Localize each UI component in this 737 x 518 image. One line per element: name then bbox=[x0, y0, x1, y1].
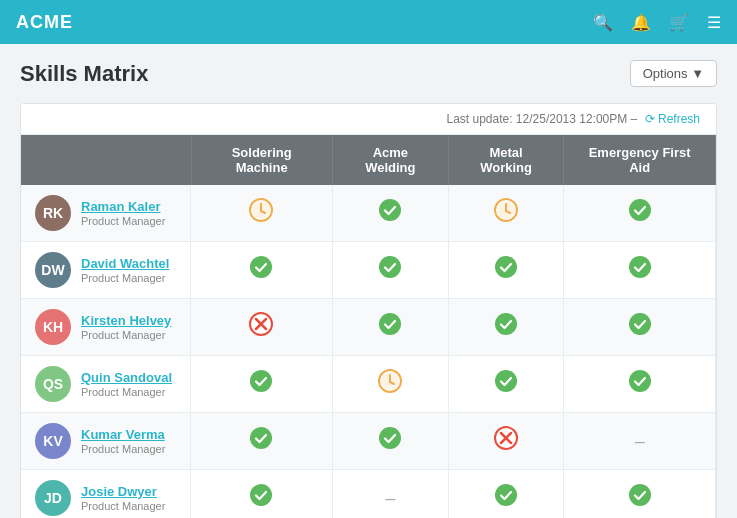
person-cell: JDJosie DwyerProduct Manager bbox=[21, 470, 191, 518]
status-check-icon bbox=[378, 198, 402, 228]
skill-cell-0 bbox=[191, 185, 332, 242]
person-cell: RKRaman KalerProduct Manager bbox=[21, 185, 191, 241]
person-role: Product Manager bbox=[81, 386, 172, 398]
skill-cell-1 bbox=[332, 356, 448, 413]
app-brand: ACME bbox=[16, 12, 73, 33]
person-info: Raman KalerProduct Manager bbox=[81, 199, 165, 228]
status-check-icon bbox=[249, 369, 273, 399]
status-check-icon bbox=[628, 255, 652, 285]
person-info: Josie DwyerProduct Manager bbox=[81, 484, 165, 513]
table-row: RKRaman KalerProduct Manager bbox=[21, 185, 716, 242]
avatar: KH bbox=[35, 309, 71, 345]
skill-cell-1 bbox=[332, 299, 448, 356]
person-role: Product Manager bbox=[81, 443, 165, 455]
skill-cell-0 bbox=[191, 470, 332, 519]
person-name[interactable]: Josie Dwyer bbox=[81, 484, 165, 501]
status-clock-icon bbox=[249, 198, 273, 228]
status-check-icon bbox=[494, 312, 518, 342]
svg-point-19 bbox=[629, 313, 651, 335]
person-info: Kirsten HelveyProduct Manager bbox=[81, 313, 171, 342]
skill-cell-0 bbox=[191, 356, 332, 413]
svg-point-10 bbox=[250, 256, 272, 278]
status-check-icon bbox=[628, 198, 652, 228]
table-row: QSQuin SandovalProduct Manager bbox=[21, 356, 716, 413]
svg-point-4 bbox=[379, 199, 401, 221]
person-cell: QSQuin SandovalProduct Manager bbox=[21, 356, 191, 412]
skill-cell-2 bbox=[448, 356, 563, 413]
person-role: Product Manager bbox=[81, 500, 165, 512]
nav-icons: 🔍 🔔 🛒 ☰ bbox=[593, 13, 721, 32]
col-header-soldering: Soldering Machine bbox=[191, 135, 332, 185]
person-name[interactable]: Quin Sandoval bbox=[81, 370, 172, 387]
person-name[interactable]: Kumar Verma bbox=[81, 427, 165, 444]
skill-cell-3 bbox=[564, 185, 716, 242]
cart-icon[interactable]: 🛒 bbox=[669, 13, 689, 32]
person-role: Product Manager bbox=[81, 272, 169, 284]
status-check-icon bbox=[249, 255, 273, 285]
skill-cell-3 bbox=[564, 470, 716, 519]
page-title: Skills Matrix bbox=[20, 61, 148, 87]
last-update-text: Last update: 12/25/2013 12:00PM – bbox=[446, 112, 637, 126]
skill-cell-2 bbox=[448, 242, 563, 299]
menu-icon[interactable]: ☰ bbox=[707, 13, 721, 32]
svg-point-25 bbox=[495, 370, 517, 392]
search-icon[interactable]: 🔍 bbox=[593, 13, 613, 32]
skill-cell-3 bbox=[564, 299, 716, 356]
col-header-firstaid: Emergency First Aid bbox=[564, 135, 716, 185]
bell-icon[interactable]: 🔔 bbox=[631, 13, 651, 32]
avatar: KV bbox=[35, 423, 71, 459]
page-header: Skills Matrix Options ▼ bbox=[20, 60, 717, 87]
skill-cell-2 bbox=[448, 185, 563, 242]
table-row: JDJosie DwyerProduct Manager– bbox=[21, 470, 716, 519]
person-info: Quin SandovalProduct Manager bbox=[81, 370, 172, 399]
options-button[interactable]: Options ▼ bbox=[630, 60, 717, 87]
person-cell: KVKumar VermaProduct Manager bbox=[21, 413, 191, 469]
status-check-icon bbox=[628, 312, 652, 342]
person-name[interactable]: Raman Kaler bbox=[81, 199, 165, 216]
person-info: Kumar VermaProduct Manager bbox=[81, 427, 165, 456]
status-check-icon bbox=[378, 312, 402, 342]
status-no-icon bbox=[494, 426, 518, 456]
avatar: QS bbox=[35, 366, 71, 402]
refresh-link[interactable]: ⟳ Refresh bbox=[645, 112, 700, 126]
svg-point-17 bbox=[379, 313, 401, 335]
avatar: JD bbox=[35, 480, 71, 516]
status-check-icon bbox=[249, 483, 273, 513]
status-check-icon bbox=[494, 255, 518, 285]
table-header: Soldering Machine Acme Welding Metal Wor… bbox=[21, 135, 716, 185]
person-name[interactable]: David Wachtel bbox=[81, 256, 169, 273]
skill-cell-2 bbox=[448, 413, 563, 470]
person-role: Product Manager bbox=[81, 329, 171, 341]
svg-point-18 bbox=[495, 313, 517, 335]
skill-cell-1 bbox=[332, 185, 448, 242]
skill-cell-1 bbox=[332, 242, 448, 299]
page-content: Skills Matrix Options ▼ Last update: 12/… bbox=[0, 44, 737, 518]
table-body: RKRaman KalerProduct ManagerDWDavid Wach… bbox=[21, 185, 716, 518]
svg-point-26 bbox=[629, 370, 651, 392]
table-row: DWDavid WachtelProduct Manager bbox=[21, 242, 716, 299]
col-header-welding: Acme Welding bbox=[332, 135, 448, 185]
svg-point-12 bbox=[495, 256, 517, 278]
person-name[interactable]: Kirsten Helvey bbox=[81, 313, 171, 330]
top-nav: ACME 🔍 🔔 🛒 ☰ bbox=[0, 0, 737, 44]
avatar: RK bbox=[35, 195, 71, 231]
skill-cell-2 bbox=[448, 470, 563, 519]
skill-cell-2 bbox=[448, 299, 563, 356]
table-row: KHKirsten HelveyProduct Manager bbox=[21, 299, 716, 356]
person-cell: KHKirsten HelveyProduct Manager bbox=[21, 299, 191, 355]
status-check-icon bbox=[378, 255, 402, 285]
matrix-meta: Last update: 12/25/2013 12:00PM – ⟳ Refr… bbox=[21, 104, 716, 135]
svg-point-27 bbox=[250, 427, 272, 449]
avatar: DW bbox=[35, 252, 71, 288]
skill-cell-1: – bbox=[332, 470, 448, 519]
svg-point-20 bbox=[250, 370, 272, 392]
svg-point-33 bbox=[495, 484, 517, 506]
skill-cell-1 bbox=[332, 413, 448, 470]
status-clock-icon bbox=[494, 198, 518, 228]
skill-cell-3: – bbox=[564, 413, 716, 470]
col-header-person bbox=[21, 135, 191, 185]
status-check-icon bbox=[628, 369, 652, 399]
svg-point-34 bbox=[629, 484, 651, 506]
skill-cell-3 bbox=[564, 242, 716, 299]
svg-point-11 bbox=[379, 256, 401, 278]
